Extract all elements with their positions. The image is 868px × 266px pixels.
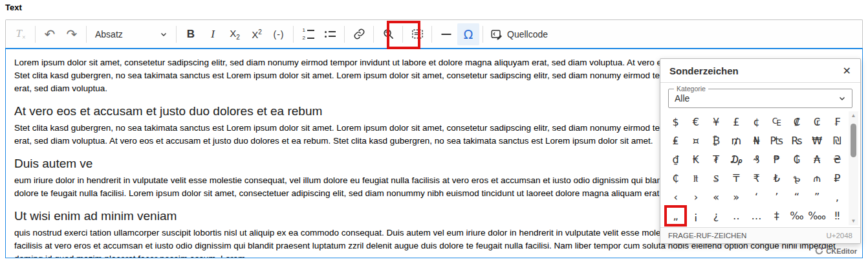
field-label: Text — [5, 3, 22, 12]
character-cell[interactable]: ‡ — [766, 206, 787, 225]
character-cell[interactable]: „ — [666, 206, 686, 225]
character-cell[interactable]: ₺ — [766, 169, 787, 188]
character-cell[interactable]: « — [706, 188, 726, 206]
paragraph-style-dropdown[interactable]: Absatz — [90, 23, 173, 45]
select-all-button[interactable] — [406, 23, 428, 45]
character-cell[interactable]: ₧ — [766, 131, 787, 150]
character-cell[interactable]: ₳ — [807, 150, 827, 169]
character-cell[interactable]: € — [686, 113, 706, 131]
editor-toolbar: T× ↶ ↷ Absatz B I X2 — [5, 19, 863, 48]
character-cell[interactable]: ‰ — [787, 206, 807, 225]
bold-button[interactable]: B — [180, 23, 202, 45]
character-cell[interactable]: ¤ — [686, 131, 706, 150]
special-characters-button[interactable]: Ω — [457, 23, 479, 45]
page: Text T× ↶ ↷ Absatz B I — [0, 0, 868, 266]
character-cell[interactable]: … — [746, 206, 766, 225]
character-cell[interactable]: ₠ — [766, 113, 787, 131]
scrollbar-track[interactable] — [849, 120, 858, 217]
character-cell[interactable]: ₣ — [827, 113, 847, 131]
superscript-icon: X2 — [252, 28, 262, 40]
toolbar-separator — [483, 26, 483, 43]
character-cell[interactable]: ¥ — [706, 113, 726, 131]
remove-format-icon: T× — [16, 27, 25, 41]
undo-button[interactable]: ↶ — [39, 23, 61, 45]
character-cell[interactable]: ₴ — [827, 150, 847, 169]
character-cell[interactable]: ₫ — [666, 150, 686, 169]
character-cell[interactable]: ‚ — [827, 188, 847, 206]
scrollbar-thumb[interactable] — [851, 124, 856, 157]
numbered-list-icon: 1 2 — [301, 28, 314, 41]
panel-scrollbar[interactable]: ▲ ▼ — [849, 111, 858, 225]
category-dropdown[interactable]: Kategorie Alle — [668, 89, 852, 108]
select-all-icon — [411, 28, 424, 40]
character-cell[interactable]: $ — [666, 113, 686, 131]
character-cell[interactable]: ₤ — [666, 131, 686, 150]
character-cell[interactable]: ¿ — [706, 206, 726, 225]
character-cell[interactable]: ₷ — [706, 169, 726, 188]
bold-icon: B — [187, 28, 195, 41]
character-cell[interactable]: ₭ — [686, 150, 706, 169]
character-cell[interactable]: » — [726, 188, 746, 206]
numbered-list-button[interactable]: 1 2 — [297, 23, 319, 45]
character-grid: $€¥£¢₠₡₢₣₤¤₿₥₦₧₨₩₪₫₭₮₯₰₱₲₳₴₵₶₷₸₹₺₻₼₽‹›«»… — [666, 113, 847, 225]
chevron-down-icon — [838, 94, 846, 102]
character-cell[interactable]: ₸ — [726, 169, 746, 188]
source-code-icon — [490, 28, 503, 41]
character-cell[interactable]: › — [686, 188, 706, 206]
character-cell[interactable]: ₱ — [766, 150, 787, 169]
character-cell[interactable]: ” — [807, 188, 827, 206]
panel-status-bar: FRAGE-RUF-ZEICHEN U+2048 — [660, 227, 860, 243]
special-characters-panel: Sonderzeichen ✕ Kategorie Alle $€¥£¢₠₡₢₣… — [660, 58, 861, 244]
character-cell[interactable]: “ — [787, 188, 807, 206]
character-cell[interactable]: ¡ — [686, 206, 706, 225]
character-grid-wrap: $€¥£¢₠₡₢₣₤¤₿₥₦₧₨₩₪₫₭₮₯₰₱₲₳₴₵₶₷₸₹₺₻₼₽‹›«»… — [660, 109, 860, 227]
character-cell[interactable]: ‹ — [666, 188, 686, 206]
character-cell[interactable]: ₽ — [827, 169, 847, 188]
scroll-up-icon[interactable]: ▲ — [851, 111, 856, 120]
redo-button[interactable]: ↷ — [61, 23, 83, 45]
ckeditor-badge-label: CKEditor — [826, 247, 857, 255]
chevron-down-icon — [160, 30, 168, 38]
link-button[interactable] — [348, 23, 370, 45]
character-cell[interactable]: ₩ — [807, 131, 827, 150]
character-cell[interactable]: ‥ — [726, 206, 746, 225]
remove-format-button[interactable]: T× — [10, 23, 32, 45]
character-cell[interactable]: ₼ — [807, 169, 827, 188]
character-cell[interactable]: ₡ — [787, 113, 807, 131]
character-cell[interactable]: ₦ — [746, 131, 766, 150]
source-code-button[interactable]: Quellcode — [486, 23, 552, 45]
character-cell[interactable]: ‱ — [807, 206, 827, 225]
character-cell[interactable]: ’ — [766, 188, 787, 206]
character-cell[interactable]: ¢ — [746, 113, 766, 131]
find-replace-button[interactable] — [377, 23, 399, 45]
character-cell[interactable]: ₥ — [726, 131, 746, 150]
soft-hyphen-button[interactable]: (-) — [268, 23, 290, 45]
character-cell[interactable]: ₪ — [827, 131, 847, 150]
close-icon[interactable]: ✕ — [843, 66, 851, 76]
character-cell[interactable]: £ — [726, 113, 746, 131]
character-cell[interactable]: ₯ — [726, 150, 746, 169]
character-cell[interactable]: ₶ — [686, 169, 706, 188]
character-cell[interactable]: ₵ — [666, 169, 686, 188]
horizontal-line-icon — [440, 28, 452, 40]
toolbar-separator — [86, 26, 87, 43]
omega-icon: Ω — [464, 27, 473, 41]
character-cell[interactable]: ₿ — [706, 131, 726, 150]
subscript-button[interactable]: X2 — [224, 23, 246, 45]
horizontal-line-button[interactable] — [435, 23, 457, 45]
character-cell[interactable]: ‼ — [827, 206, 847, 225]
character-cell[interactable]: ₮ — [706, 150, 726, 169]
paragraph-style-value: Absatz — [95, 29, 123, 39]
bulleted-list-button[interactable] — [319, 23, 341, 45]
character-cell[interactable]: ₢ — [807, 113, 827, 131]
scroll-down-icon[interactable]: ▼ — [851, 217, 856, 225]
character-cell[interactable]: ₹ — [746, 169, 766, 188]
ckeditor-badge: CKEditor — [815, 247, 857, 255]
character-cell[interactable]: ₲ — [787, 150, 807, 169]
character-cell[interactable]: ₰ — [746, 150, 766, 169]
italic-button[interactable]: I — [202, 23, 224, 45]
character-cell[interactable]: ‘ — [746, 188, 766, 206]
character-cell[interactable]: ₨ — [787, 131, 807, 150]
superscript-button[interactable]: X2 — [246, 23, 268, 45]
character-cell[interactable]: ₻ — [787, 169, 807, 188]
